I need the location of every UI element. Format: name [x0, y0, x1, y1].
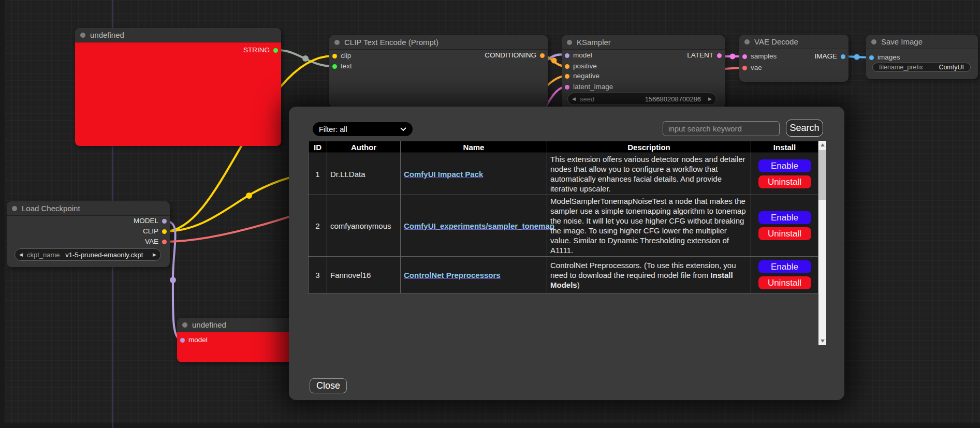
input-slot-model[interactable]: [180, 338, 185, 343]
extension-link[interactable]: ComfyUI_experiments/sampler_tonemap: [404, 222, 554, 230]
output-slot-vae[interactable]: [162, 240, 167, 244]
input-slot-positive[interactable]: [565, 64, 569, 69]
increment-arrow-icon[interactable]: ▶: [704, 96, 716, 101]
header-id: ID: [309, 141, 327, 153]
extension-author: Fannovel16: [327, 257, 401, 293]
output-slot-label: STRING: [243, 46, 270, 54]
description-text: ControlNet Preprocessors. (To use this e…: [550, 261, 736, 279]
link-dot-string: [302, 55, 309, 62]
output-slot-clip[interactable]: [162, 229, 167, 234]
input-slot-label: vae: [751, 64, 762, 71]
output-slot-label: IMAGE: [814, 52, 837, 60]
node-clip-text-encode[interactable]: CLIP Text Encode (Prompt) clip text COND…: [329, 35, 548, 108]
enable-button[interactable]: Enable: [758, 260, 812, 274]
extension-author: comfyanonymous: [327, 195, 401, 257]
next-arrow-icon[interactable]: ▶: [149, 252, 160, 257]
description-text: ModelSamplerTonemapNoiseTest a node that…: [550, 197, 746, 255]
node-header[interactable]: Load Checkpoint: [7, 201, 170, 216]
extension-id: 1: [309, 153, 327, 195]
node-collapse-dot[interactable]: [182, 322, 187, 328]
output-slot-latent[interactable]: [717, 53, 722, 58]
node-load-checkpoint[interactable]: Load Checkpoint MODEL CLIP VAE ◀ ckpt_na…: [7, 201, 170, 267]
node-collapse-dot[interactable]: [744, 39, 750, 45]
seed-widget[interactable]: ◀ seed 156680208700286 ▶: [567, 93, 716, 105]
node-save-image[interactable]: Save Image images filename_prefix ComfyU…: [866, 35, 978, 79]
scroll-down-arrow-icon[interactable]: [818, 337, 826, 345]
link-dot-model: [170, 277, 176, 283]
node-vae-decode[interactable]: VAE Decode samples vae IMAGE: [739, 35, 849, 82]
input-slot-label: negative: [573, 72, 599, 80]
uninstall-button[interactable]: Uninstall: [758, 227, 812, 241]
header-description: Description: [547, 141, 751, 153]
output-slot-conditioning[interactable]: [540, 53, 545, 58]
output-slot-label: CLIP: [143, 227, 158, 235]
input-slot-label: text: [341, 62, 352, 70]
output-slot-image[interactable]: [841, 54, 845, 59]
link-dot-clip: [246, 193, 252, 199]
uninstall-button[interactable]: Uninstall: [758, 175, 812, 189]
extensions-table-wrapper: ID Author Name Description Install 1 Dr.…: [308, 141, 826, 345]
header-author: Author: [327, 141, 401, 153]
search-input[interactable]: [663, 121, 780, 136]
extension-link[interactable]: ControlNet Preprocessors: [404, 271, 501, 279]
output-slot-label: LATENT: [687, 51, 713, 59]
extension-id: 3: [309, 257, 327, 293]
node-collapse-dot[interactable]: [80, 33, 85, 38]
widget-name: seed: [580, 95, 594, 103]
filename-prefix-widget[interactable]: filename_prefix ComfyUI: [872, 63, 971, 72]
node-undefined-bottom[interactable]: undefined model: [177, 318, 296, 362]
decrement-arrow-icon[interactable]: ◀: [568, 96, 580, 101]
node-ksampler[interactable]: KSampler model positive negative latent_…: [562, 35, 725, 109]
table-scrollbar[interactable]: [818, 141, 826, 345]
node-undefined-top[interactable]: undefined STRING: [75, 28, 281, 146]
widget-value: v1-5-pruned-emaonly.ckpt: [60, 251, 149, 259]
input-slot-images[interactable]: [869, 55, 874, 60]
input-slot-text[interactable]: [332, 64, 337, 69]
node-header[interactable]: KSampler: [562, 35, 725, 50]
uninstall-button[interactable]: Uninstall: [758, 276, 812, 290]
node-collapse-dot[interactable]: [334, 40, 340, 45]
table-header-row: ID Author Name Description Install: [309, 141, 818, 153]
scrollbar-thumb[interactable]: [818, 150, 826, 200]
node-header[interactable]: VAE Decode: [739, 35, 849, 49]
widget-name: filename_prefix: [879, 64, 923, 71]
input-slot-label: model: [188, 336, 208, 344]
input-slot-vae[interactable]: [742, 66, 747, 70]
node-collapse-dot[interactable]: [871, 39, 876, 45]
chevron-down-icon: [400, 127, 406, 131]
node-header[interactable]: Save Image: [866, 35, 978, 49]
search-button[interactable]: Search: [786, 120, 823, 137]
ckpt-name-widget[interactable]: ◀ ckpt_name v1-5-pruned-emaonly.ckpt ▶: [14, 248, 161, 261]
description-text: This extension offers various detector n…: [550, 155, 745, 193]
widget-value: ComfyUI: [923, 64, 964, 71]
extensions-table: ID Author Name Description Install 1 Dr.…: [308, 141, 818, 293]
input-slot-latent-image[interactable]: [565, 85, 569, 90]
close-button[interactable]: Close: [310, 378, 347, 393]
extension-link[interactable]: ComfyUI Impact Pack: [404, 170, 483, 179]
input-slot-negative[interactable]: [565, 74, 569, 79]
node-header[interactable]: undefined: [75, 28, 281, 42]
extension-author: Dr.Lt.Data: [327, 153, 401, 195]
node-title: undefined: [90, 28, 124, 42]
previous-arrow-icon[interactable]: ◀: [15, 252, 27, 257]
node-collapse-dot[interactable]: [12, 206, 17, 211]
table-row: 1 Dr.Lt.Data ComfyUI Impact Pack This ex…: [309, 153, 818, 195]
node-header[interactable]: CLIP Text Encode (Prompt): [329, 35, 548, 50]
output-slot-model[interactable]: [162, 219, 167, 224]
node-header[interactable]: undefined: [177, 318, 296, 332]
scroll-up-arrow-icon[interactable]: [818, 141, 826, 149]
custom-nodes-manager-dialog: Filter: all Search ID Author Name Descri…: [289, 107, 844, 400]
enable-button[interactable]: Enable: [758, 159, 812, 173]
output-slot-string[interactable]: [273, 48, 278, 53]
output-slot-label: CONDITIONING: [485, 51, 536, 59]
comfyui-canvas[interactable]: undefined STRING CLIP Text Encode (Promp…: [0, 0, 980, 428]
node-title: undefined: [192, 318, 226, 332]
widget-name: ckpt_name: [27, 251, 60, 259]
node-title: KSampler: [577, 35, 611, 50]
node-title: VAE Decode: [754, 35, 798, 49]
node-collapse-dot[interactable]: [567, 40, 572, 45]
filter-select[interactable]: Filter: all: [313, 122, 413, 136]
filter-select-value: Filter: all: [319, 125, 347, 134]
error-node-body: [75, 42, 281, 146]
enable-button[interactable]: Enable: [758, 211, 812, 225]
